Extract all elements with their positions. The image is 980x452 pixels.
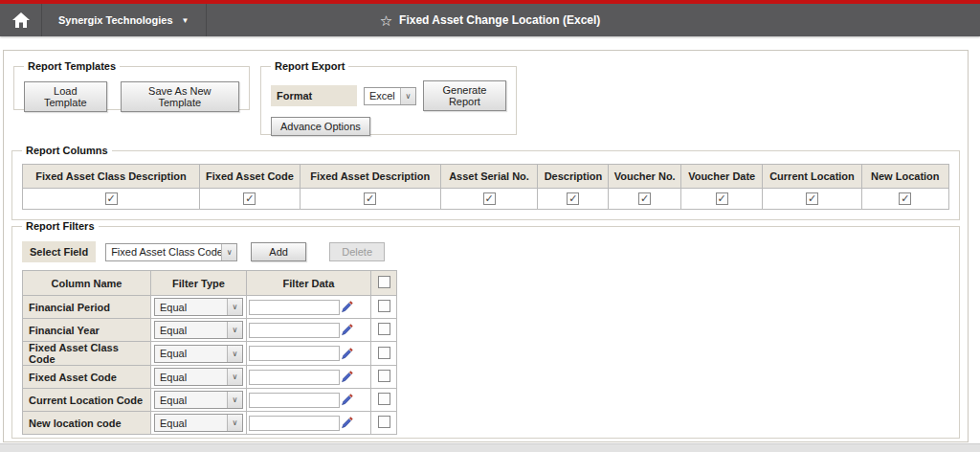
select-all-checkbox[interactable] <box>378 276 390 288</box>
column-header: Asset Serial No. <box>440 165 538 189</box>
filter-row: Fixed Asset Class Code Equal ∨ <box>23 342 397 366</box>
select-field-row: Select Field Fixed Asset Class Code ∨ Ad… <box>22 241 949 262</box>
lookup-icon[interactable] <box>341 394 353 406</box>
filter-row-name: New location code <box>23 412 151 435</box>
column-checkbox[interactable] <box>806 192 818 205</box>
filter-type-value: Equal <box>155 346 227 362</box>
advance-options-button[interactable]: Advance Options <box>271 117 370 136</box>
filter-row-checkbox[interactable] <box>378 393 390 405</box>
filter-row-checkbox[interactable] <box>378 300 390 312</box>
report-templates-legend: Report Templates <box>24 60 120 72</box>
filter-row: New location code Equal ∨ <box>23 412 397 435</box>
column-header: Current Location <box>763 165 861 189</box>
filter-row-name: Current Location Code <box>23 389 151 412</box>
save-as-new-template-button[interactable]: Save As New Template <box>121 81 239 112</box>
filter-data-input[interactable] <box>249 300 340 315</box>
filter-data-input[interactable] <box>249 370 340 385</box>
filter-type-select[interactable]: Equal ∨ <box>154 321 243 339</box>
chevron-down-icon: ∨ <box>227 369 242 385</box>
column-checkbox[interactable] <box>567 192 579 205</box>
column-header: New Location <box>861 165 948 189</box>
company-menu-label: Synergix Technologies <box>58 14 173 26</box>
footer-strip <box>0 443 980 452</box>
filter-data-input[interactable] <box>249 416 340 431</box>
chevron-down-icon: ∨ <box>227 346 242 362</box>
report-export-section: Report Export Format Excel ∨ Generate Re… <box>260 60 517 135</box>
filter-data-input[interactable] <box>249 346 340 361</box>
column-checkbox[interactable] <box>899 192 911 205</box>
lookup-icon[interactable] <box>341 301 353 313</box>
top-sections-row: Report Templates Load Template Save As N… <box>13 60 960 135</box>
column-header: Voucher Date <box>680 165 762 189</box>
column-checkbox[interactable] <box>638 192 651 205</box>
filter-data-input[interactable] <box>249 323 340 338</box>
column-checkbox-row <box>23 189 949 210</box>
chevron-down-icon: ∨ <box>227 392 242 408</box>
column-checkbox[interactable] <box>716 192 728 205</box>
filters-header-column-name: Column Name <box>23 271 151 296</box>
report-filters-legend: Report Filters <box>22 220 99 232</box>
filters-header-filter-type: Filter Type <box>151 271 247 296</box>
report-filters-table: Column Name Filter Type Filter Data Fina… <box>22 270 397 435</box>
column-checkbox[interactable] <box>364 192 376 205</box>
chevron-down-icon: ∨ <box>227 415 242 431</box>
load-template-button[interactable]: Load Template <box>24 81 107 112</box>
format-select-value: Excel <box>365 88 400 104</box>
filter-type-value: Equal <box>155 415 227 431</box>
lookup-icon[interactable] <box>341 417 353 429</box>
filter-row-checkbox[interactable] <box>378 323 390 335</box>
delete-filter-button[interactable]: Delete <box>329 242 385 261</box>
filter-type-select[interactable]: Equal ∨ <box>154 414 243 432</box>
filter-row-name: Financial Period <box>23 296 151 319</box>
filter-row-name: Financial Year <box>23 319 151 342</box>
chevron-down-icon: ∨ <box>400 88 415 104</box>
filter-row: Financial Period Equal ∨ <box>23 296 397 319</box>
filter-type-value: Equal <box>155 322 227 338</box>
filter-data-input[interactable] <box>249 393 340 408</box>
home-button[interactable] <box>0 4 42 36</box>
filter-type-select[interactable]: Equal ∨ <box>154 345 243 363</box>
filter-row-checkbox[interactable] <box>378 370 390 382</box>
lookup-icon[interactable] <box>341 348 353 360</box>
select-field-label: Select Field <box>22 241 96 262</box>
filter-type-value: Equal <box>155 392 227 408</box>
lookup-icon[interactable] <box>341 371 353 383</box>
top-bar: Synergix Technologies ▼ ☆ Fixed Asset Ch… <box>0 0 980 36</box>
column-header: Description <box>538 165 609 189</box>
filter-type-select[interactable]: Equal ∨ <box>154 391 243 409</box>
filter-row: Fixed Asset Code Equal ∨ <box>23 366 397 389</box>
select-field-select[interactable]: Fixed Asset Class Code ∨ <box>105 243 237 261</box>
column-checkbox[interactable] <box>243 192 256 205</box>
report-filters-section: Report Filters Select Field Fixed Asset … <box>11 220 960 439</box>
chevron-down-icon: ∨ <box>221 244 236 260</box>
filter-type-value: Equal <box>155 299 227 315</box>
report-columns-legend: Report Columns <box>22 145 112 156</box>
column-checkbox[interactable] <box>105 192 118 205</box>
filter-type-select[interactable]: Equal ∨ <box>154 368 243 386</box>
home-icon <box>12 12 30 28</box>
column-header: Voucher No. <box>609 165 681 189</box>
report-export-legend: Report Export <box>271 60 348 72</box>
filters-header-filter-data: Filter Data <box>247 271 371 296</box>
chevron-down-icon: ∨ <box>227 299 242 315</box>
report-columns-table: Fixed Asset Class Description Fixed Asse… <box>22 164 949 210</box>
column-header: Fixed Asset Code <box>200 165 301 189</box>
add-filter-button[interactable]: Add <box>251 242 306 261</box>
chevron-down-icon: ▼ <box>182 16 189 25</box>
content-panel: Report Templates Load Template Save As N… <box>3 50 969 442</box>
generate-report-button[interactable]: Generate Report <box>423 80 506 111</box>
chevron-down-icon: ∨ <box>227 322 242 338</box>
lookup-icon[interactable] <box>341 324 353 336</box>
format-select[interactable]: Excel ∨ <box>364 87 416 105</box>
column-header: Fixed Asset Class Description <box>23 165 200 189</box>
filter-row-checkbox[interactable] <box>378 347 390 359</box>
filter-row: Current Location Code Equal ∨ <box>23 389 397 412</box>
company-menu[interactable]: Synergix Technologies ▼ <box>42 4 207 36</box>
report-templates-section: Report Templates Load Template Save As N… <box>13 60 250 110</box>
column-checkbox[interactable] <box>483 192 496 205</box>
favorite-star-icon[interactable]: ☆ <box>380 13 392 28</box>
filter-row-checkbox[interactable] <box>378 416 390 428</box>
filter-type-value: Equal <box>155 369 227 385</box>
filter-row-name: Fixed Asset Code <box>23 366 151 389</box>
filter-type-select[interactable]: Equal ∨ <box>154 298 243 316</box>
